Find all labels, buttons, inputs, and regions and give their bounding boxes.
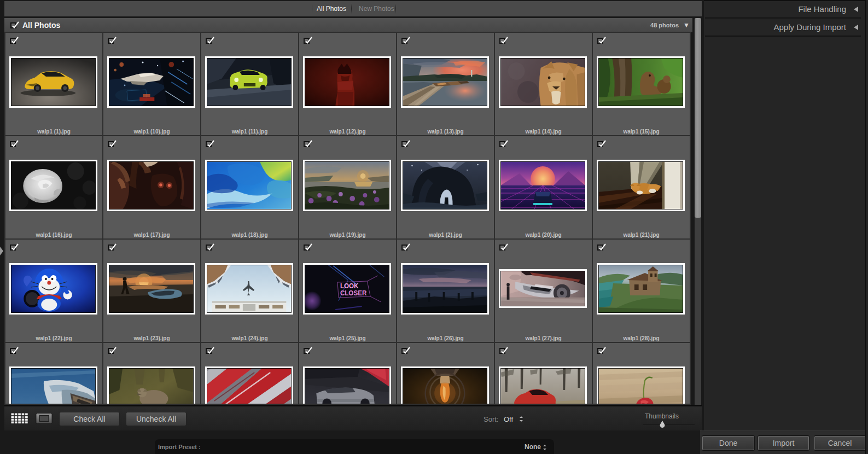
svg-text:CLOSER: CLOSER [340,289,367,297]
svg-text:LOOK: LOOK [340,282,359,290]
